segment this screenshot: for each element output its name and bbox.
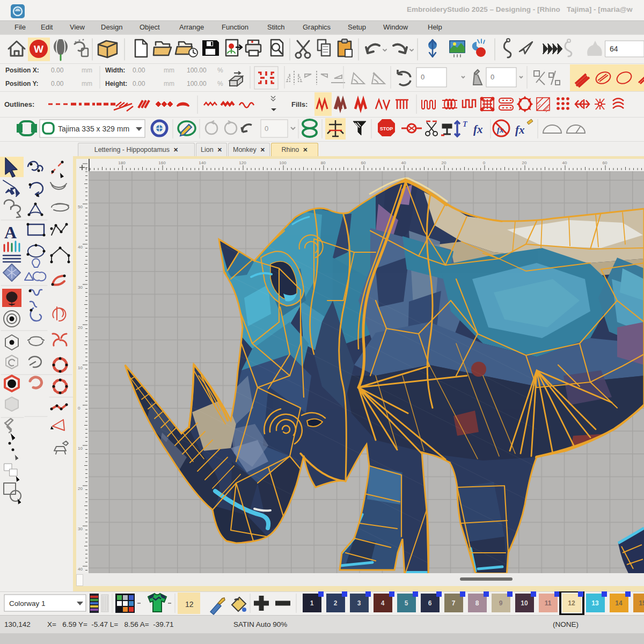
svg-text:40: 40 bbox=[562, 160, 567, 165]
svg-text:%: % bbox=[217, 67, 223, 74]
svg-text:12: 12 bbox=[568, 599, 575, 607]
svg-text:6: 6 bbox=[428, 599, 432, 607]
svg-text:20: 20 bbox=[522, 160, 527, 165]
svg-text:100.00: 100.00 bbox=[187, 67, 207, 74]
svg-text:30: 30 bbox=[78, 285, 83, 290]
svg-text:5: 5 bbox=[405, 599, 408, 607]
svg-text:10: 10 bbox=[521, 599, 528, 607]
svg-text:140: 140 bbox=[199, 160, 206, 165]
svg-text:Outlines:: Outlines: bbox=[4, 100, 34, 108]
svg-text:0.00: 0.00 bbox=[133, 80, 145, 87]
svg-text:mm: mm bbox=[82, 80, 92, 87]
svg-text:80: 80 bbox=[321, 160, 326, 165]
svg-text:10: 10 bbox=[78, 365, 83, 370]
svg-text:%: % bbox=[217, 80, 223, 87]
svg-text:Width:: Width: bbox=[105, 67, 125, 74]
svg-text:120: 120 bbox=[239, 160, 246, 165]
svg-text:40: 40 bbox=[78, 567, 83, 572]
svg-text:20: 20 bbox=[78, 325, 83, 330]
svg-text:3: 3 bbox=[357, 599, 361, 607]
svg-text:50: 50 bbox=[78, 204, 83, 209]
svg-text:20: 20 bbox=[442, 160, 447, 165]
svg-text:W: W bbox=[34, 43, 43, 55]
svg-text:0: 0 bbox=[421, 73, 425, 81]
svg-text:0.00: 0.00 bbox=[133, 67, 145, 74]
svg-text:1: 1 bbox=[310, 599, 314, 607]
svg-text:7: 7 bbox=[452, 599, 456, 607]
svg-text:fx: fx bbox=[473, 123, 483, 136]
svg-text:Height:: Height: bbox=[105, 80, 127, 87]
svg-text:30: 30 bbox=[78, 526, 83, 531]
svg-text:Fills:: Fills: bbox=[291, 100, 308, 108]
svg-text:100: 100 bbox=[279, 160, 287, 165]
svg-text:fx: fx bbox=[515, 123, 525, 136]
svg-text:160: 160 bbox=[158, 160, 166, 165]
svg-text:0: 0 bbox=[265, 125, 268, 133]
svg-text:60: 60 bbox=[361, 160, 366, 165]
svg-text:2: 2 bbox=[334, 599, 338, 607]
svg-text:Tajima 335 x 329 mm: Tajima 335 x 329 mm bbox=[58, 125, 129, 133]
svg-text:0: 0 bbox=[78, 406, 80, 411]
svg-text:60: 60 bbox=[603, 160, 608, 165]
svg-text:64: 64 bbox=[610, 45, 618, 53]
svg-text:STOP: STOP bbox=[380, 126, 393, 131]
svg-text:20: 20 bbox=[78, 486, 83, 491]
svg-text:40: 40 bbox=[78, 245, 83, 250]
svg-text:mm: mm bbox=[82, 67, 92, 74]
svg-text:mm: mm bbox=[164, 67, 174, 74]
svg-text:10: 10 bbox=[78, 446, 83, 451]
svg-text:13: 13 bbox=[591, 599, 599, 607]
svg-text:0: 0 bbox=[483, 160, 486, 165]
svg-text:0: 0 bbox=[491, 73, 494, 81]
svg-text:A: A bbox=[4, 223, 17, 242]
svg-text:180: 180 bbox=[118, 160, 126, 165]
svg-text:T: T bbox=[463, 120, 468, 128]
svg-text:11: 11 bbox=[545, 599, 552, 607]
svg-text:mm: mm bbox=[164, 80, 174, 87]
svg-text:8: 8 bbox=[475, 599, 479, 607]
svg-text:100.00: 100.00 bbox=[187, 80, 207, 87]
svg-text:Position X:: Position X: bbox=[5, 67, 39, 74]
svg-text:14: 14 bbox=[615, 599, 623, 607]
svg-text:Position Y:: Position Y: bbox=[5, 80, 39, 87]
svg-text:Colorway 1: Colorway 1 bbox=[9, 599, 46, 608]
svg-text:15: 15 bbox=[639, 599, 644, 607]
svg-text:40: 40 bbox=[401, 160, 406, 165]
svg-text:0.00: 0.00 bbox=[51, 80, 64, 87]
svg-text:0.00: 0.00 bbox=[51, 67, 64, 74]
svg-text:9: 9 bbox=[499, 599, 503, 607]
svg-text:12: 12 bbox=[185, 600, 194, 609]
svg-text:4: 4 bbox=[381, 599, 385, 607]
